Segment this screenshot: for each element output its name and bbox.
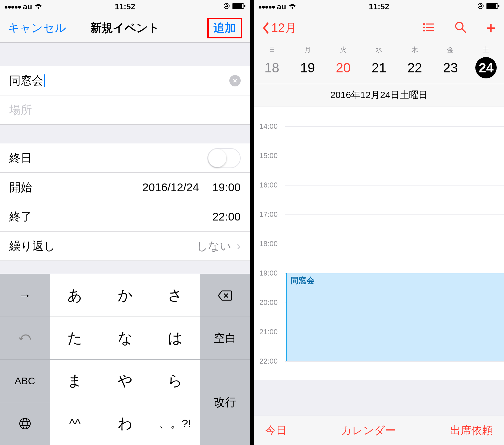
carrier-label: au (23, 2, 32, 11)
day-20[interactable]: 20 (325, 57, 361, 78)
kb-space[interactable]: 空白 (200, 317, 250, 360)
start-label: 開始 (9, 180, 32, 195)
today-button[interactable]: 今日 (265, 423, 287, 438)
day-21[interactable]: 21 (361, 57, 397, 78)
full-date-label: 2016年12月24日土曜日 (254, 84, 504, 106)
new-event-screen: ●●●●● au 11:52 キャンセル 新規イベント 追加 同窓会 (0, 0, 252, 445)
section-spacer (0, 125, 250, 143)
back-button[interactable]: 12月 (262, 20, 297, 36)
kb-undo[interactable] (0, 317, 50, 360)
svg-line-17 (462, 29, 466, 33)
location-row[interactable]: 場所 (0, 95, 250, 125)
kb-globe[interactable] (0, 402, 50, 445)
start-row[interactable]: 開始 2016/12/24 19:00 (0, 173, 250, 202)
svg-rect-3 (244, 5, 245, 7)
event-block[interactable]: 同窓会 (286, 273, 504, 361)
status-bar: ●●●●● au 11:52 (254, 0, 504, 13)
hour-18: 18:00 (259, 240, 278, 248)
weekday-mon: 月 (290, 45, 325, 54)
weekday-thu: 木 (397, 45, 433, 54)
hour-20: 20:00 (259, 298, 278, 307)
kb-key-ha[interactable]: は (150, 317, 200, 360)
section-spacer (0, 43, 250, 66)
allday-toggle[interactable] (207, 148, 241, 168)
weekday-wed: 水 (361, 45, 397, 54)
calendar-day-screen: ●●●●● au 11:52 12月 (252, 0, 504, 445)
kb-key-ka[interactable]: か (100, 274, 150, 317)
signal-dots-icon: ●●●●● (4, 3, 21, 11)
kb-delete[interactable] (200, 274, 250, 317)
svg-rect-9 (498, 5, 499, 7)
day-18[interactable]: 18 (254, 57, 290, 78)
svg-rect-2 (233, 4, 242, 8)
kb-key-na[interactable]: な (100, 317, 150, 360)
repeat-value: しない (55, 239, 231, 254)
weekday-header: 日 月 火 水 木 金 土 (254, 43, 504, 54)
kb-abc[interactable]: ABC (0, 360, 50, 402)
kb-next-candidate[interactable]: → (0, 274, 50, 317)
end-row[interactable]: 終了 22:00 (0, 202, 250, 232)
svg-rect-8 (487, 4, 496, 8)
end-time-value: 22:00 (32, 210, 241, 223)
kb-key-a[interactable]: あ (50, 274, 100, 317)
kb-key-ta[interactable]: た (50, 317, 100, 360)
wifi-icon (34, 2, 43, 11)
rotation-lock-icon (477, 2, 484, 11)
wifi-icon (288, 2, 297, 11)
event-title: 同窓会 (291, 275, 501, 286)
inbox-button[interactable]: 出席依頼 (450, 423, 493, 438)
day-19[interactable]: 19 (290, 57, 325, 78)
weekday-tue: 火 (325, 45, 361, 54)
kb-key-sa[interactable]: さ (150, 274, 200, 317)
end-label: 終了 (9, 209, 32, 225)
back-month-label: 12月 (271, 20, 297, 36)
battery-icon (232, 2, 246, 11)
hour-14: 14:00 (259, 122, 278, 131)
add-event-button[interactable]: + (486, 18, 496, 38)
status-bar: ●●●●● au 11:52 (0, 0, 250, 13)
repeat-label: 繰り返し (9, 239, 55, 254)
event-title-input[interactable]: 同窓会 (9, 73, 43, 88)
add-button[interactable]: 追加 (207, 18, 242, 38)
kb-key-wa[interactable]: わ (100, 402, 150, 445)
svg-point-15 (423, 30, 425, 32)
kb-key-ya[interactable]: や (100, 360, 150, 402)
svg-point-5 (23, 418, 27, 429)
location-placeholder: 場所 (9, 102, 32, 118)
chevron-right-icon: › (231, 239, 241, 253)
carrier-label: au (277, 2, 286, 11)
kb-key-emoticon[interactable]: ^^ (50, 402, 100, 445)
calendars-button[interactable]: カレンダー (341, 423, 396, 438)
cancel-button[interactable]: キャンセル (8, 20, 68, 36)
kb-return[interactable]: 改行 (200, 360, 250, 445)
weekday-sat: 土 (468, 45, 504, 54)
hour-19: 19:00 (259, 269, 278, 278)
bottom-toolbar: 今日 カレンダー 出席依頼 (254, 416, 504, 445)
hour-17: 17:00 (259, 210, 278, 219)
list-view-icon[interactable] (422, 21, 435, 35)
nav-bar: キャンセル 新規イベント 追加 (0, 13, 250, 43)
svg-point-13 (423, 23, 425, 25)
allday-label: 終日 (9, 150, 32, 166)
hour-22: 22:00 (259, 357, 278, 366)
calendar-nav: 12月 + (254, 13, 504, 43)
day-22[interactable]: 22 (397, 57, 433, 78)
kb-key-punct[interactable]: 、。?! (150, 402, 200, 445)
day-23[interactable]: 23 (433, 57, 468, 78)
hour-21: 21:00 (259, 328, 278, 336)
kb-key-ra[interactable]: ら (150, 360, 200, 402)
start-time-value: 19:00 (212, 181, 241, 194)
day-24[interactable]: 24 (468, 57, 504, 78)
repeat-row[interactable]: 繰り返し しない › (0, 232, 250, 261)
search-icon[interactable] (454, 21, 467, 35)
week-days-row: 18 19 20 21 22 23 24 (254, 54, 504, 84)
signal-dots-icon: ●●●●● (258, 3, 275, 11)
clear-text-button[interactable] (229, 75, 241, 86)
event-title-row[interactable]: 同窓会 (0, 66, 250, 95)
kb-key-ma[interactable]: ま (50, 360, 100, 402)
clock: 11:52 (115, 2, 135, 11)
svg-point-4 (20, 418, 30, 429)
clock: 11:52 (369, 2, 389, 11)
timeline[interactable]: 14:00 15:00 16:00 17:00 18:00 19:00 20:0… (254, 106, 504, 380)
battery-icon (486, 2, 500, 11)
